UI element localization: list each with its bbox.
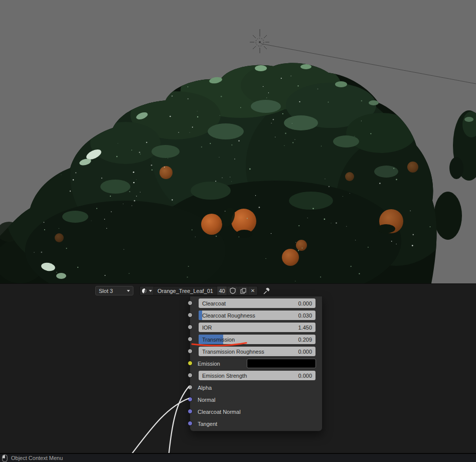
alpha-label: Alpha — [198, 383, 212, 393]
node-row-emission: Emission — [199, 359, 315, 368]
status-bar: Object Context Menu — [0, 453, 476, 462]
node-row-emission-strength: Emission Strength 0.000 — [199, 371, 315, 380]
clearcoat-roughness-slider[interactable]: Clearcoat Roughness 0.030 — [199, 311, 315, 320]
duplicate-material-button[interactable] — [238, 286, 248, 295]
node-link-normal — [129, 398, 189, 453]
node-row-clearcoat-normal: Clearcoat Normal — [199, 407, 315, 416]
material-slot-label: Slot 3 — [99, 288, 113, 294]
ior-slider[interactable]: IOR 1.450 — [199, 323, 315, 332]
fake-user-button[interactable] — [227, 286, 238, 295]
material-users-button[interactable]: 40 — [217, 286, 227, 295]
material-slot-dropdown[interactable]: Slot 3 — [95, 286, 133, 295]
emission-color-swatch[interactable] — [247, 359, 316, 368]
material-name-field[interactable]: Orange_Tree_Leaf_01 — [154, 286, 217, 295]
viewport-scene — [0, 0, 476, 283]
browse-material-button[interactable] — [140, 286, 154, 295]
node-row-ior: IOR 1.450 — [199, 323, 315, 332]
material-preview-icon — [141, 288, 147, 294]
socket-normal[interactable] — [188, 397, 193, 402]
slider-value: 1.450 — [298, 325, 312, 331]
socket-clearcoat-normal[interactable] — [188, 409, 193, 414]
slider-value: 0.000 — [298, 373, 312, 379]
principled-bsdf-node[interactable]: Clearcoat 0.000 Clearcoat Roughness 0.03… — [190, 296, 323, 431]
slider-label: Transmission Roughness — [202, 349, 264, 355]
slider-value: 0.000 — [298, 300, 312, 306]
node-row-alpha: Alpha — [199, 383, 315, 392]
node-row-tangent: Tangent — [199, 419, 315, 428]
node-row-normal: Normal — [199, 395, 315, 404]
transmission-roughness-slider[interactable]: Transmission Roughness 0.000 — [199, 347, 315, 356]
chevron-down-icon — [127, 290, 130, 292]
socket-transmission[interactable] — [188, 337, 193, 342]
node-row-transmission: Transmission 0.209 — [199, 335, 315, 344]
transmission-slider[interactable]: Transmission 0.209 — [199, 335, 315, 344]
node-link-alpha — [169, 386, 189, 453]
node-row-transmission-roughness: Transmission Roughness 0.000 — [199, 347, 315, 356]
shader-node-editor[interactable]: Slot 3 Orange_Tree_Leaf_01 40 — [0, 283, 476, 453]
emission-label: Emission — [198, 359, 220, 369]
mouse-left-click-icon — [2, 454, 8, 462]
slider-value: 0.030 — [298, 313, 312, 319]
socket-clearcoat[interactable] — [188, 300, 193, 305]
pin-button[interactable] — [262, 286, 271, 295]
slider-label: IOR — [202, 325, 212, 331]
x-icon: ✕ — [251, 288, 255, 293]
socket-ior[interactable] — [188, 325, 193, 330]
unlink-material-button[interactable]: ✕ — [248, 286, 257, 295]
clearcoat-normal-label: Clearcoat Normal — [198, 407, 241, 417]
slider-label: Clearcoat Roughness — [202, 313, 255, 319]
socket-emission[interactable] — [188, 361, 193, 366]
normal-label: Normal — [198, 395, 215, 405]
tangent-label: Tangent — [198, 419, 217, 429]
status-text: Object Context Menu — [11, 455, 63, 461]
slider-label: Clearcoat — [202, 300, 226, 306]
socket-emission-strength[interactable] — [188, 373, 193, 378]
slider-value: 0.000 — [298, 349, 312, 355]
emission-strength-slider[interactable]: Emission Strength 0.000 — [199, 371, 315, 380]
slider-label: Transmission — [202, 337, 235, 343]
slider-value: 0.209 — [298, 337, 312, 343]
clearcoat-slider[interactable]: Clearcoat 0.000 — [199, 298, 315, 308]
socket-clearcoat-roughness[interactable] — [188, 313, 193, 318]
pin-icon — [262, 286, 271, 295]
chevron-down-icon — [149, 290, 152, 292]
socket-alpha[interactable] — [188, 385, 193, 390]
slider-fill — [199, 311, 202, 320]
material-datablock-selector: Orange_Tree_Leaf_01 40 ✕ — [139, 286, 258, 295]
node-input-rows: Clearcoat 0.000 Clearcoat Roughness 0.03… — [190, 296, 322, 428]
3d-viewport[interactable] — [0, 0, 476, 283]
slider-label: Emission Strength — [202, 373, 247, 379]
socket-tangent[interactable] — [188, 421, 193, 426]
node-row-clearcoat: Clearcoat 0.000 — [199, 298, 315, 308]
node-row-clearcoat-roughness: Clearcoat Roughness 0.030 — [199, 311, 315, 320]
shield-icon — [230, 287, 236, 294]
copy-icon — [240, 288, 246, 294]
shader-editor-header: Slot 3 Orange_Tree_Leaf_01 40 — [0, 286, 476, 296]
socket-transmission-roughness[interactable] — [188, 349, 193, 354]
